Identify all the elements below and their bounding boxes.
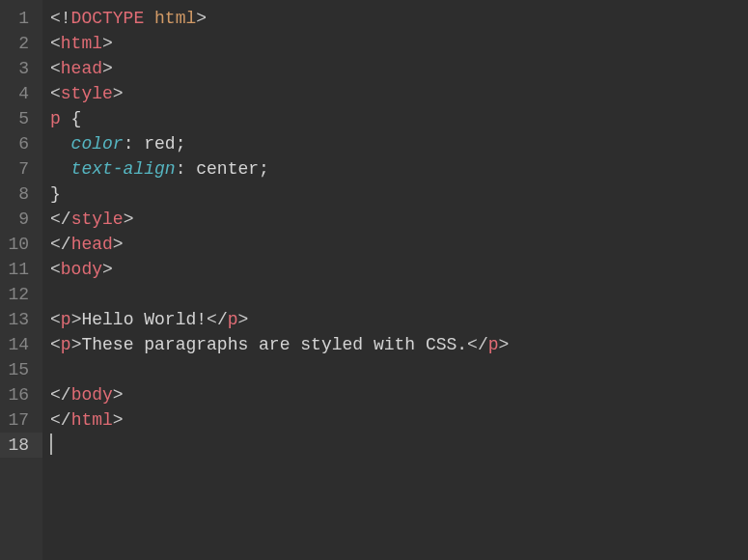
token: red	[144, 134, 175, 154]
token: >	[102, 59, 113, 78]
text-cursor-icon	[50, 434, 52, 455]
token: html	[71, 410, 113, 430]
token: Hello World!	[81, 310, 207, 329]
token: <	[50, 335, 61, 354]
token: head	[71, 235, 113, 254]
token: :	[176, 159, 197, 179]
token: >	[71, 335, 82, 354]
token: <	[467, 335, 478, 354]
code-line[interactable]: </html>	[50, 407, 748, 433]
token	[144, 9, 154, 28]
line-number: 17	[8, 407, 29, 433]
line-number-active: 18	[0, 433, 42, 458]
token: <	[50, 310, 61, 329]
token: >	[499, 335, 510, 354]
line-number: 14	[8, 332, 29, 357]
token: <	[50, 59, 61, 78]
token: /	[61, 210, 71, 229]
token: p	[61, 310, 71, 329]
token: <	[50, 410, 61, 430]
token: >	[71, 310, 82, 329]
token: <	[50, 235, 61, 254]
code-line[interactable]: color: red;	[50, 131, 748, 156]
token: /	[217, 310, 228, 329]
line-number: 5	[8, 106, 29, 131]
token: ;	[259, 159, 269, 179]
code-line[interactable]: <body>	[50, 257, 748, 282]
token: /	[61, 410, 71, 430]
line-number: 7	[8, 156, 29, 182]
line-number: 9	[8, 207, 29, 232]
token: }	[50, 184, 61, 204]
token: ;	[176, 134, 186, 154]
token: >	[124, 210, 134, 229]
token: body	[61, 260, 102, 279]
token: These paragraphs are styled with CSS.	[81, 335, 467, 354]
line-number: 16	[8, 382, 29, 407]
token: >	[113, 235, 124, 254]
line-number: 11	[8, 257, 29, 282]
code-line[interactable]: <p>Hello World!</p>	[50, 307, 748, 332]
token: >	[113, 385, 124, 405]
token: head	[61, 59, 102, 78]
code-line[interactable]: </head>	[50, 232, 748, 257]
code-line[interactable]: p {	[50, 106, 748, 131]
line-number: 10	[8, 232, 29, 257]
code-line[interactable]: }	[50, 182, 748, 207]
token	[50, 134, 71, 154]
token: >	[102, 34, 113, 53]
code-editor-area[interactable]: <!DOCTYPE html> <html> <head> <style> p …	[42, 0, 748, 560]
code-line[interactable]	[50, 282, 748, 307]
token: {	[71, 109, 82, 128]
code-line[interactable]: </style>	[50, 207, 748, 232]
token: <	[50, 210, 61, 229]
token: p	[61, 335, 71, 354]
token: <	[50, 34, 61, 53]
token: /	[61, 235, 71, 254]
token: html	[61, 34, 102, 53]
token: p	[228, 310, 238, 329]
token: <	[207, 310, 217, 329]
token: /	[61, 385, 71, 405]
token: <	[50, 84, 61, 103]
line-number: 4	[8, 81, 29, 106]
token: p	[488, 335, 499, 354]
line-number-gutter: 1 2 3 4 5 6 7 8 9 10 11 12 13 14 15 16 1…	[0, 0, 42, 560]
token: text-align	[71, 159, 176, 179]
token: p	[50, 109, 71, 128]
line-number: 2	[8, 31, 29, 56]
code-line[interactable]: <html>	[50, 31, 748, 56]
line-number: 8	[8, 182, 29, 207]
code-line-active[interactable]	[50, 433, 748, 458]
code-line[interactable]: <head>	[50, 56, 748, 81]
token: >	[238, 310, 249, 329]
token: >	[113, 84, 124, 103]
token: >	[113, 410, 124, 430]
code-line[interactable]: text-align: center;	[50, 156, 748, 182]
line-number: 1	[8, 6, 29, 31]
code-line[interactable]: <!DOCTYPE html>	[50, 6, 748, 31]
token: :	[124, 134, 145, 154]
token: center	[196, 159, 259, 179]
token: >	[196, 9, 207, 28]
token: <!	[50, 9, 71, 28]
token: <	[50, 385, 61, 405]
token: style	[71, 210, 124, 229]
line-number: 15	[8, 357, 29, 382]
token: body	[71, 385, 113, 405]
code-line[interactable]: </body>	[50, 382, 748, 407]
token: >	[102, 260, 113, 279]
token: color	[71, 134, 124, 154]
line-number: 6	[8, 131, 29, 156]
code-line[interactable]: <style>	[50, 81, 748, 106]
token: /	[478, 335, 488, 354]
line-number: 12	[8, 282, 29, 307]
token: html	[154, 9, 196, 28]
token	[50, 159, 71, 179]
code-line[interactable]	[50, 357, 748, 382]
token: <	[50, 260, 61, 279]
token: DOCTYPE	[71, 9, 145, 28]
line-number: 13	[8, 307, 29, 332]
line-number: 3	[8, 56, 29, 81]
code-line[interactable]: <p>These paragraphs are styled with CSS.…	[50, 332, 748, 357]
